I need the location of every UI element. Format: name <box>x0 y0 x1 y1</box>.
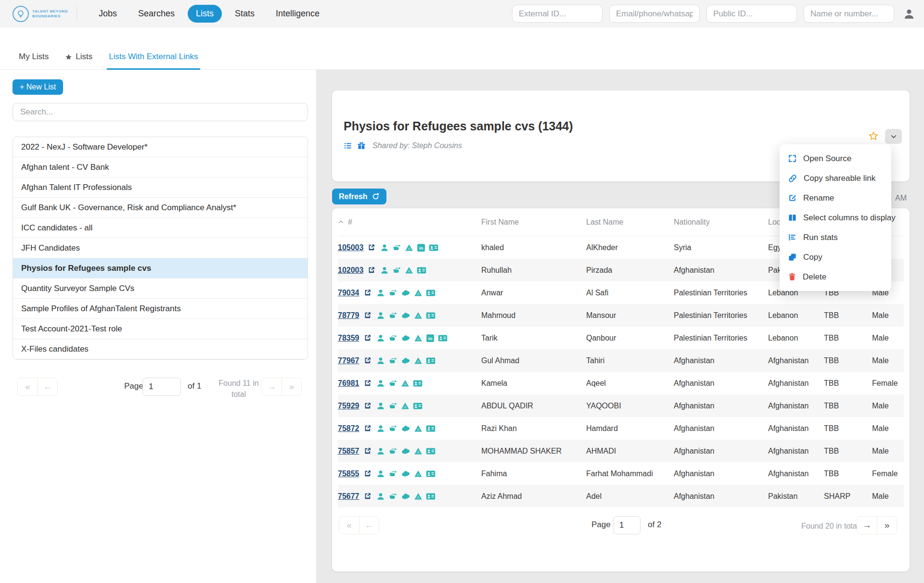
id-card-icon[interactable] <box>426 469 436 478</box>
column-header-last-name[interactable]: Last Name <box>586 218 674 227</box>
app-logo[interactable]: TALENT BEYOND BOUNDARIES <box>13 6 68 22</box>
quick-search-input[interactable] <box>609 5 700 23</box>
drive-icon[interactable] <box>414 356 423 365</box>
list-item[interactable]: Test Account-2021-Test role <box>13 319 308 339</box>
id-card-icon[interactable] <box>417 266 426 275</box>
person-icon[interactable] <box>376 289 385 297</box>
salesforce-icon[interactable] <box>401 446 411 456</box>
handshake-icon[interactable] <box>388 424 398 433</box>
drive-icon[interactable] <box>414 334 423 342</box>
drive-icon[interactable] <box>414 311 423 320</box>
list-item[interactable]: ICC candidates - all <box>13 218 308 238</box>
drive-icon[interactable] <box>401 379 410 388</box>
column-header-id[interactable]: # <box>338 218 481 227</box>
external-link-icon[interactable] <box>363 356 372 365</box>
list-actions-caret-button[interactable] <box>885 129 902 144</box>
external-link-icon[interactable] <box>363 311 372 319</box>
person-icon[interactable] <box>376 492 385 501</box>
drive-icon[interactable] <box>414 447 423 456</box>
handshake-icon[interactable] <box>388 356 398 365</box>
list-item[interactable]: JFH Candidates <box>13 238 308 258</box>
salesforce-icon[interactable] <box>401 469 411 479</box>
handshake-icon[interactable] <box>388 401 398 410</box>
new-list-button[interactable]: + New List <box>13 79 63 95</box>
nav-item[interactable]: Jobs <box>90 5 125 23</box>
person-icon[interactable] <box>376 311 385 320</box>
person-icon[interactable] <box>376 447 385 456</box>
candidate-id-link[interactable]: 75929 <box>338 402 359 410</box>
external-link-icon[interactable] <box>363 289 372 297</box>
list-item[interactable]: Gulf Bank UK - Governance, Risk and Comp… <box>13 198 308 218</box>
person-icon[interactable] <box>376 334 385 342</box>
drive-icon[interactable] <box>414 492 423 501</box>
page-number-input[interactable] <box>613 516 641 534</box>
candidate-id-link[interactable]: 78779 <box>338 311 359 320</box>
list-item[interactable]: X-Files candidates <box>13 339 308 359</box>
list-item[interactable]: Physios for Refugees sample cvs <box>13 258 308 279</box>
nav-item[interactable]: Searches <box>130 5 183 23</box>
next-page-button[interactable]: → <box>262 378 282 395</box>
salesforce-icon[interactable] <box>401 333 411 343</box>
last-page-button[interactable]: » <box>877 517 897 534</box>
menu-item[interactable]: Select columns to display <box>780 208 891 228</box>
candidate-id-link[interactable]: 75872 <box>338 424 359 433</box>
drive-icon[interactable] <box>405 266 413 275</box>
candidate-id-link[interactable]: 75677 <box>338 492 359 501</box>
external-link-icon[interactable] <box>363 334 372 342</box>
external-link-icon[interactable] <box>363 469 372 478</box>
person-icon[interactable] <box>376 424 385 433</box>
id-card-icon[interactable] <box>426 356 436 365</box>
drive-icon[interactable] <box>405 243 413 252</box>
drive-icon[interactable] <box>414 289 423 297</box>
handshake-icon[interactable] <box>388 333 398 342</box>
external-link-icon[interactable] <box>367 266 375 274</box>
external-link-icon[interactable] <box>363 492 372 500</box>
external-link-icon[interactable] <box>363 402 372 410</box>
user-account-icon[interactable] <box>903 8 915 20</box>
person-icon[interactable] <box>376 356 385 365</box>
favorite-star-icon[interactable] <box>868 131 879 141</box>
candidate-id-link[interactable]: 102003 <box>338 266 363 275</box>
person-icon[interactable] <box>380 266 389 275</box>
column-header-nationality[interactable]: Nationality <box>674 218 768 227</box>
menu-item[interactable]: Copy shareable link <box>780 168 891 188</box>
handshake-icon[interactable] <box>388 446 398 456</box>
id-card-icon[interactable] <box>426 447 436 456</box>
drive-icon[interactable] <box>414 469 423 478</box>
menu-item[interactable]: Open Source <box>780 149 891 168</box>
menu-item[interactable]: Copy <box>780 247 891 267</box>
handshake-icon[interactable] <box>388 379 398 388</box>
prev-page-button[interactable]: ← <box>38 378 57 395</box>
tab[interactable]: My Lists <box>18 52 50 69</box>
id-card-icon[interactable] <box>426 289 436 297</box>
candidate-id-link[interactable]: 79034 <box>338 289 359 297</box>
id-card-icon[interactable] <box>413 379 423 388</box>
quick-search-input[interactable] <box>804 5 894 23</box>
id-card-icon[interactable] <box>413 402 423 410</box>
linkedin-icon[interactable]: in <box>426 334 435 342</box>
id-card-icon[interactable] <box>438 334 448 342</box>
handshake-icon[interactable] <box>388 288 398 297</box>
list-search-input[interactable] <box>13 103 308 121</box>
candidate-id-link[interactable]: 76981 <box>338 379 359 388</box>
drive-icon[interactable] <box>414 424 423 433</box>
candidate-id-link[interactable]: 78359 <box>338 334 359 342</box>
list-item[interactable]: Afghan talent - CV Bank <box>13 157 308 177</box>
salesforce-icon[interactable] <box>401 356 411 366</box>
handshake-icon[interactable] <box>392 243 401 252</box>
handshake-icon[interactable] <box>388 492 398 501</box>
menu-item[interactable]: Rename <box>780 188 891 208</box>
person-icon[interactable] <box>380 243 389 252</box>
list-item[interactable]: Afghan Talent IT Professionals <box>13 177 308 198</box>
handshake-icon[interactable] <box>388 311 398 320</box>
quick-search-input[interactable] <box>706 5 797 23</box>
page-number-input[interactable] <box>142 378 181 396</box>
list-item[interactable]: 2022 - NexJ - Software Developer* <box>13 137 308 157</box>
id-card-icon[interactable] <box>429 243 438 252</box>
id-card-icon[interactable] <box>426 492 436 501</box>
salesforce-icon[interactable] <box>401 424 411 433</box>
prev-page-button[interactable]: ← <box>359 517 379 534</box>
tab[interactable]: Lists With External Links <box>108 52 199 69</box>
salesforce-icon[interactable] <box>401 288 411 298</box>
salesforce-icon[interactable] <box>401 311 411 320</box>
